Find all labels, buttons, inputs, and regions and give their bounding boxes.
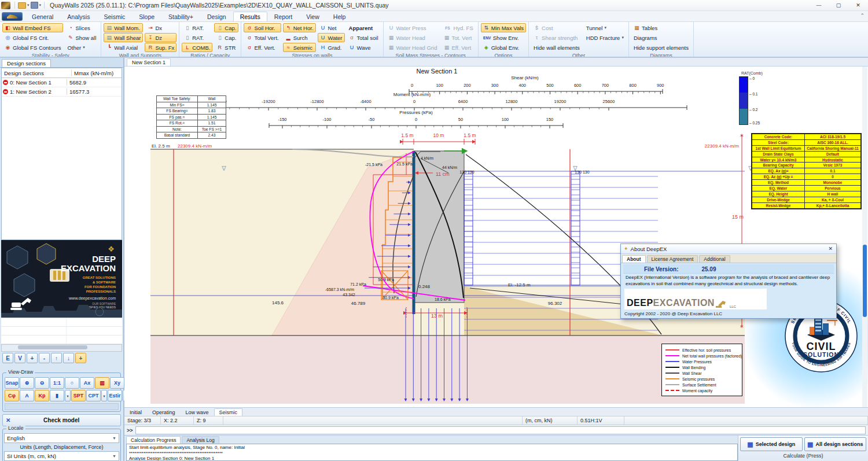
- ribbon-button-soil-hor[interactable]: σSoil Hor.: [244, 23, 281, 32]
- ribbon-button-global-fs-contours[interactable]: ◉Global FS Contours: [2, 43, 63, 52]
- log-tab-analysis-log[interactable]: Analysis Log: [182, 436, 219, 444]
- ribbon-button-other[interactable]: Other▾: [65, 43, 98, 52]
- ribbon-button-min-max-vals[interactable]: ⇅Min Max Vals: [481, 23, 526, 32]
- ribbon-button-dz[interactable]: ↧Dz: [145, 33, 176, 42]
- ribbon-button-grad[interactable]: HGrad.: [318, 43, 345, 52]
- ribbon-button-rat[interactable]: ▯RAT.: [182, 33, 212, 42]
- design-section-row[interactable]: 1: New Section 216577.3: [2, 87, 122, 97]
- ribbon-button-show-all[interactable]: ✎Show all: [65, 33, 98, 42]
- language-select[interactable]: English▼: [4, 433, 119, 443]
- stage-tab-low-wave[interactable]: Low wave: [181, 408, 214, 416]
- ribbon-button-cap[interactable]: ▯Cap.: [214, 23, 238, 32]
- ribbon-button-net-hor[interactable]: ↰Net Hor.: [283, 23, 316, 32]
- ribbon-button-comb[interactable]: LCOMB.: [182, 43, 212, 52]
- about-deepex-dialog[interactable]: ✦ About DeepEX ✕ AboutLicense AgreementA…: [620, 244, 837, 319]
- tool-xy[interactable]: Xy: [110, 377, 124, 389]
- ribbon-button-diagrams[interactable]: Diagrams: [631, 33, 691, 42]
- nav-button-e-0[interactable]: E: [2, 353, 13, 363]
- ribbon-tab-stability[interactable]: Stability+: [161, 12, 200, 21]
- check-model-button[interactable]: ✕ Check model: [2, 414, 121, 426]
- tool-cpt[interactable]: CPT: [86, 390, 101, 401]
- ribbon-button-cap[interactable]: ▯Cap.: [214, 33, 238, 42]
- minimize-button[interactable]: —: [809, 0, 829, 10]
- ribbon-button-wall-shear[interactable]: ▤Wall Shear: [104, 33, 143, 42]
- app-menu-button[interactable]: [2, 12, 23, 21]
- ribbon-button-sup-fx[interactable]: RSup. Fx: [145, 43, 176, 52]
- close-button[interactable]: ✕: [848, 0, 868, 10]
- doc-tab-new-section-1[interactable]: New Section 1: [127, 58, 171, 66]
- nav-button-blank-5[interactable]: ↓: [63, 353, 74, 363]
- open-dropdown-icon[interactable]: ▾: [27, 3, 30, 8]
- ribbon-button-wave[interactable]: UWave: [347, 43, 381, 52]
- ribbon-tab-seismic[interactable]: Seismic: [97, 12, 132, 21]
- save-dropdown-icon[interactable]: ▾: [39, 3, 42, 8]
- ribbon-button-show-env[interactable]: ENVShow Env.: [481, 33, 526, 42]
- stage-tab-operating[interactable]: Operating: [147, 408, 181, 416]
- ribbon-button-water[interactable]: UWater: [318, 33, 345, 42]
- ribbon-button-wall-mom[interactable]: ▤Wall Mom.: [104, 23, 143, 32]
- tool-blank[interactable]: ○: [65, 377, 79, 389]
- tool-blank[interactable]: ⊖: [35, 377, 49, 389]
- units-select[interactable]: SI Units (m, cm, kN)▼: [4, 451, 119, 461]
- stage-tab-seismic[interactable]: Seismic: [214, 408, 243, 416]
- tool-blank[interactable]: ▾: [65, 390, 71, 401]
- all-design-sections-button[interactable]: ▦All design sections: [804, 437, 867, 451]
- ribbon-button-str[interactable]: RSTR: [214, 43, 238, 52]
- ribbon-button-surch[interactable]: ▂Surch: [283, 33, 316, 42]
- ribbon-button-seismic[interactable]: ≈Seismic: [283, 43, 316, 52]
- tool-c[interactable]: Cφ: [5, 390, 19, 401]
- ribbon-tab-report[interactable]: Report: [267, 12, 300, 21]
- ribbon-button-dx[interactable]: ⇥Dx: [145, 23, 176, 32]
- ribbon-button-net[interactable]: UNet: [318, 23, 345, 32]
- column-header[interactable]: Mmax (kN-m/m): [72, 70, 122, 76]
- nav-button-blank-4[interactable]: ↑: [51, 353, 62, 363]
- ribbon-tab-results[interactable]: Results: [233, 12, 267, 21]
- tool-blank[interactable]: ▮: [50, 390, 64, 401]
- nav-button-blank-3[interactable]: -: [39, 353, 50, 363]
- tool-blank[interactable]: ▥: [95, 377, 109, 389]
- ribbon-tab-analysis[interactable]: Analysis: [60, 12, 97, 21]
- design-sections-tab[interactable]: Design sections: [2, 59, 51, 67]
- remove-icon[interactable]: [3, 80, 8, 85]
- drawing-area[interactable]: Shear (kN/m)0100200300400500600700800900…: [124, 67, 868, 407]
- nav-button-blank-6[interactable]: +: [75, 353, 86, 363]
- deep-excavation-banner[interactable]: ❖ DEEP EXCAVATION GREAT SOLUTIONS & SOFT…: [1, 240, 122, 318]
- nav-button-blank-2[interactable]: +: [27, 353, 38, 363]
- tool-blank[interactable]: ⊕: [20, 377, 34, 389]
- ribbon-button-hdd-fracture[interactable]: HDD Fracture▾: [584, 33, 626, 42]
- ribbon-tab-general[interactable]: General: [25, 12, 60, 21]
- sidebar-hscrollbar[interactable]: [1, 344, 122, 352]
- ribbon-button-wall-axial[interactable]: ┗Wall Axial: [104, 43, 143, 52]
- ribbon-button-apparent[interactable]: Apparent: [347, 23, 381, 32]
- canvas-scrollbar[interactable]: [862, 67, 867, 407]
- tool-a[interactable]: A: [20, 390, 34, 401]
- command-input[interactable]: [135, 426, 866, 434]
- about-tab-license-agreement[interactable]: License Agreement: [647, 255, 698, 263]
- ribbon-button-tables[interactable]: ▦Tables: [631, 23, 691, 32]
- ribbon-button-slices[interactable]: ◔Slices: [65, 23, 98, 32]
- stage-tab-initial[interactable]: Initial: [124, 408, 147, 416]
- ribbon-button-tunnel[interactable]: Tunnel▾: [584, 23, 626, 32]
- ribbon-button-wall-embed-fs[interactable]: ◧Wall Embed FS: [2, 23, 63, 32]
- about-tab-additional[interactable]: Additional: [699, 255, 730, 263]
- ribbon-tab-design[interactable]: Design: [200, 12, 233, 21]
- ribbon-button-hide-support-elements[interactable]: Hide support elements: [631, 43, 691, 52]
- ribbon-button-total-vert[interactable]: σTotal Vert.: [244, 33, 281, 42]
- ribbon-button-global-env[interactable]: ◈Global Env.: [481, 43, 526, 52]
- tool-1-1[interactable]: 1:1: [50, 377, 64, 389]
- selected-design-button[interactable]: ▦Selected design: [740, 437, 803, 451]
- ribbon-button-hide-wall-elements[interactable]: Hide wall elements: [531, 43, 582, 52]
- tool-snap[interactable]: Snap: [5, 377, 19, 389]
- ribbon-button-eff-vert[interactable]: σEff. Vert.: [244, 43, 281, 52]
- open-icon[interactable]: [18, 2, 26, 9]
- column-header[interactable]: Design Sections: [2, 70, 72, 76]
- remove-icon[interactable]: [3, 89, 8, 94]
- tool-blank[interactable]: ▾: [101, 390, 107, 401]
- ribbon-collapse-icon[interactable]: ⌃: [860, 13, 865, 19]
- design-section-row[interactable]: 0: New Section 15682.9: [2, 78, 122, 87]
- dialog-close-icon[interactable]: ✕: [828, 246, 833, 252]
- tool-kp[interactable]: Kp: [35, 390, 49, 401]
- ribbon-button-total-soil[interactable]: σTotal soil: [347, 33, 381, 42]
- log-tab-calculation-progress[interactable]: Calculation Progress: [126, 436, 181, 444]
- ribbon-tab-slope[interactable]: Slope: [132, 12, 161, 21]
